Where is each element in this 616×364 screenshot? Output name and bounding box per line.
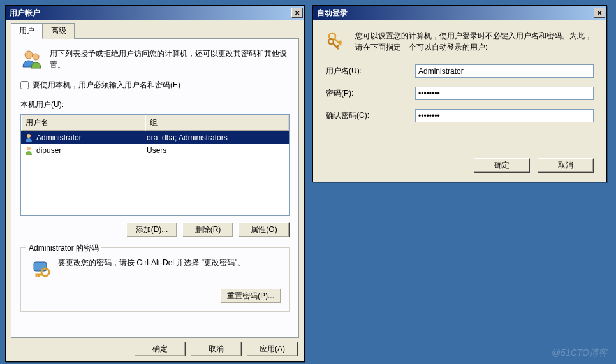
user-group: ora_dba; Administrators: [147, 133, 286, 142]
cancel-button[interactable]: 取消: [191, 342, 242, 356]
dialog-intro-text: 您可以设置您的计算机，使用户登录时不必键入用户名和密码。为此，请在下面指定一个可…: [355, 30, 594, 53]
auto-login-dialog: 自动登录 ✕ 您可以设置您的计算机，使用户登录时不必键入用户名和密码。为此，请在…: [312, 5, 607, 182]
svg-rect-4: [34, 262, 47, 271]
password-label: 密码(P):: [326, 88, 415, 99]
require-login-label[interactable]: 要使用本机，用户必须输入用户名和密码(E): [33, 80, 180, 91]
tab-strip: 用户 高级: [11, 23, 299, 39]
tab-users[interactable]: 用户: [11, 23, 43, 39]
user-accounts-window: 用户帐户 ✕ 用户 高级 用下列表授予或拒绝用户访问您的计算机，还可以更改其密码…: [5, 5, 305, 362]
list-row[interactable]: dipuser Users: [21, 144, 289, 157]
tab-advanced[interactable]: 高级: [43, 23, 75, 39]
close-icon[interactable]: ✕: [291, 8, 303, 18]
username-label: 用户名(U):: [326, 66, 415, 76]
password-groupbox: Administrator 的密码 要更改您的密码，请按 Ctrl-Alt-De…: [20, 247, 290, 312]
svg-point-3: [27, 147, 31, 150]
list-header: 用户名 组: [21, 115, 289, 131]
user-name: Administrator: [36, 133, 82, 142]
close-icon[interactable]: ✕: [594, 8, 605, 18]
password-field[interactable]: [415, 87, 594, 100]
user-list[interactable]: 用户名 组 Administrator ora_dba; Administrat…: [20, 114, 290, 216]
list-row[interactable]: Administrator ora_dba; Administrators: [21, 131, 289, 144]
add-button[interactable]: 添加(D)...: [126, 222, 177, 237]
tab-page-users: 用下列表授予或拒绝用户访问您的计算机，还可以更改其密码和其他设置。 要使用本机，…: [11, 38, 299, 338]
password-groupbox-title: Administrator 的密码: [26, 243, 101, 254]
window-title: 自动登录: [317, 8, 348, 18]
svg-point-2: [27, 134, 31, 138]
titlebar[interactable]: 用户帐户 ✕: [6, 6, 304, 20]
key-icon: [29, 257, 52, 280]
cancel-button[interactable]: 取消: [538, 158, 594, 173]
confirm-password-field[interactable]: [415, 109, 594, 122]
user-group: Users: [147, 146, 286, 155]
intro-text: 用下列表授予或拒绝用户访问您的计算机，还可以更改其密码和其他设置。: [50, 48, 290, 71]
titlebar[interactable]: 自动登录 ✕: [313, 6, 606, 20]
require-login-checkbox[interactable]: [20, 81, 29, 89]
col-username[interactable]: 用户名: [21, 115, 145, 131]
window-title: 用户帐户: [10, 8, 40, 18]
ok-button[interactable]: 确定: [474, 158, 530, 173]
confirm-password-label: 确认密码(C):: [326, 110, 415, 121]
svg-point-7: [328, 39, 334, 44]
col-group[interactable]: 组: [145, 115, 289, 131]
user-icon: [24, 145, 34, 156]
watermark: @51CTO博客: [552, 347, 607, 359]
keys-icon: [326, 30, 348, 52]
password-help-text: 要更改您的密码，请按 Ctrl-Alt-Del 并选择 "更改密码"。: [58, 257, 245, 268]
apply-button[interactable]: 应用(A): [247, 342, 298, 356]
ok-button[interactable]: 确定: [135, 342, 186, 356]
properties-button[interactable]: 属性(O): [238, 222, 290, 237]
reset-password-button[interactable]: 重置密码(P)...: [220, 289, 281, 303]
users-icon: [20, 48, 43, 71]
svg-point-0: [25, 51, 33, 59]
remove-button[interactable]: 删除(R): [182, 222, 233, 237]
username-field[interactable]: [415, 64, 594, 78]
user-name: dipuser: [36, 146, 61, 155]
user-list-label: 本机用户(U):: [20, 99, 290, 110]
svg-point-1: [33, 54, 39, 60]
user-icon: [24, 133, 34, 143]
